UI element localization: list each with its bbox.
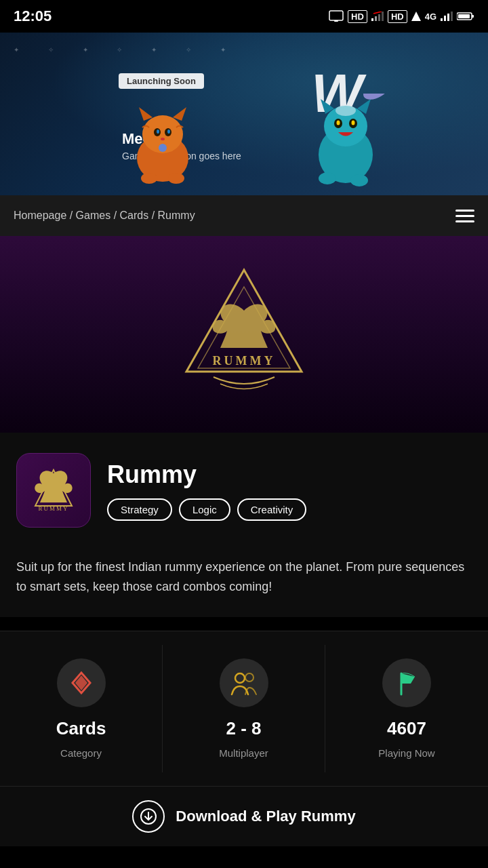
svg-point-35 bbox=[352, 121, 355, 125]
svg-point-39 bbox=[319, 172, 336, 184]
svg-point-22 bbox=[167, 130, 170, 134]
svg-point-23 bbox=[161, 138, 165, 140]
rummy-logo-svg: RUMMY bbox=[176, 263, 312, 399]
stat-playing-value: 4607 bbox=[387, 718, 426, 739]
svg-rect-10 bbox=[447, 14, 449, 21]
signal-icon bbox=[371, 12, 384, 21]
launching-soon-badge: Launching Soon bbox=[119, 73, 204, 89]
svg-rect-2 bbox=[371, 18, 373, 21]
svg-rect-11 bbox=[451, 12, 453, 21]
stat-cards-value: Cards bbox=[56, 718, 106, 739]
stat-playing-label: Playing Now bbox=[378, 747, 434, 759]
stat-multiplayer-value: 2 - 8 bbox=[226, 718, 261, 739]
svg-point-36 bbox=[360, 94, 390, 104]
svg-rect-9 bbox=[444, 16, 446, 21]
download-bar[interactable]: Download & Play Rummy bbox=[0, 786, 488, 846]
nav-bar: Homepage / Games / Cards / Rummy bbox=[0, 195, 488, 236]
download-icon bbox=[140, 808, 157, 825]
svg-marker-17 bbox=[139, 107, 152, 121]
hd-badge-2: HD bbox=[388, 10, 407, 23]
game-description-text: Suit up for the finest Indian rummy expe… bbox=[16, 557, 472, 597]
stat-multiplayer-label: Multiplayer bbox=[219, 747, 268, 759]
tag-creativity: Creativity bbox=[237, 498, 307, 521]
hd-badge-1: HD bbox=[348, 10, 367, 23]
game-header: RUMMY Rummy Strategy Logic Creativity bbox=[16, 453, 472, 528]
svg-point-21 bbox=[157, 130, 159, 134]
svg-rect-5 bbox=[382, 12, 384, 21]
4g-label: 4G bbox=[425, 12, 436, 22]
rummy-logo: RUMMY bbox=[176, 263, 312, 399]
battery-icon bbox=[457, 12, 474, 21]
svg-rect-1 bbox=[334, 20, 338, 22]
game-tags: Strategy Logic Creativity bbox=[107, 498, 306, 521]
download-icon-circle bbox=[132, 800, 165, 833]
arrow-icon bbox=[411, 12, 421, 21]
stat-multiplayer: 2 - 8 Multiplayer bbox=[163, 645, 325, 772]
stat-playing-icon-circle bbox=[382, 658, 431, 707]
svg-marker-7 bbox=[411, 12, 421, 21]
flag-icon bbox=[394, 670, 419, 696]
hamburger-menu-button[interactable] bbox=[455, 210, 474, 222]
svg-text:RUMMY: RUMMY bbox=[38, 505, 68, 512]
svg-point-25 bbox=[168, 173, 184, 184]
game-icon: RUMMY bbox=[16, 453, 91, 528]
svg-point-48 bbox=[235, 673, 245, 683]
svg-text:RUMMY: RUMMY bbox=[213, 354, 276, 368]
game-title-area: Rummy Strategy Logic Creativity bbox=[107, 460, 306, 521]
stat-multiplayer-icon-circle bbox=[220, 658, 268, 707]
svg-point-40 bbox=[350, 174, 368, 186]
signal-bars-icon bbox=[441, 12, 453, 21]
game-title: Rummy bbox=[107, 460, 306, 489]
svg-rect-13 bbox=[472, 15, 474, 18]
svg-point-49 bbox=[245, 673, 253, 682]
svg-marker-18 bbox=[173, 107, 186, 121]
svg-point-34 bbox=[337, 121, 340, 125]
status-bar: 12:05 HD HD 4G bbox=[0, 0, 488, 33]
stat-cards-icon-circle bbox=[57, 658, 106, 707]
svg-rect-3 bbox=[375, 16, 377, 21]
svg-point-24 bbox=[141, 173, 157, 184]
cat-blue bbox=[308, 94, 390, 189]
stats-section: Cards Category 2 - 8 Multiplayer bbox=[0, 631, 488, 786]
stat-playing-now: 4607 Playing Now bbox=[325, 645, 488, 772]
breadcrumb: Homepage / Games / Cards / Rummy bbox=[14, 210, 195, 222]
svg-rect-8 bbox=[441, 18, 443, 21]
status-icons: HD HD 4G bbox=[329, 10, 474, 23]
svg-point-31 bbox=[336, 105, 356, 116]
svg-point-26 bbox=[159, 144, 167, 152]
game-info-section: RUMMY Rummy Strategy Logic Creativity bbox=[0, 433, 488, 557]
tablet-icon bbox=[329, 10, 344, 22]
hero-section: RUMMY bbox=[0, 236, 488, 433]
cat-orange bbox=[129, 104, 197, 185]
hamburger-line-1 bbox=[455, 210, 474, 212]
svg-rect-0 bbox=[329, 11, 343, 20]
svg-rect-4 bbox=[378, 14, 380, 21]
download-button-label: Download & Play Rummy bbox=[176, 808, 355, 825]
banner-area: Launching Soon W Meow Game description g… bbox=[0, 33, 488, 195]
cards-icon bbox=[68, 670, 94, 696]
people-icon bbox=[230, 670, 258, 696]
tag-strategy: Strategy bbox=[107, 498, 172, 521]
hamburger-line-3 bbox=[455, 220, 474, 222]
svg-line-6 bbox=[373, 12, 382, 14]
status-time: 12:05 bbox=[14, 7, 52, 25]
game-description: Suit up for the finest Indian rummy expe… bbox=[0, 557, 488, 617]
svg-rect-14 bbox=[458, 14, 470, 18]
stat-cards-label: Category bbox=[60, 747, 102, 759]
stat-cards: Cards Category bbox=[0, 645, 163, 772]
hamburger-line-2 bbox=[455, 215, 474, 217]
game-icon-svg: RUMMY bbox=[30, 467, 77, 514]
tag-logic: Logic bbox=[179, 498, 230, 521]
